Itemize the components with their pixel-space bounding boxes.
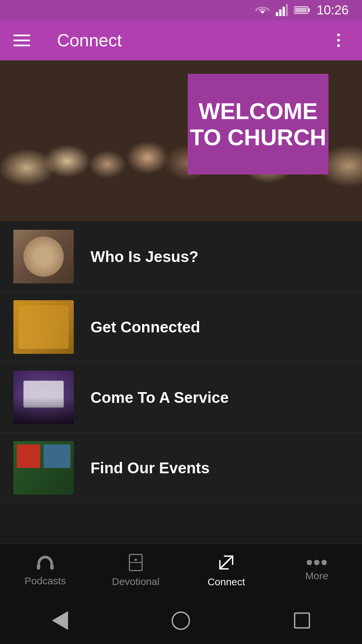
come-to-service-thumbnail <box>13 371 74 424</box>
svg-rect-8 <box>50 564 54 570</box>
svg-rect-7 <box>37 564 40 570</box>
svg-point-15 <box>307 560 312 565</box>
nav-item-devotional[interactable]: Devotional <box>90 544 181 597</box>
nav-podcasts-label: Podcasts <box>24 575 66 587</box>
list-item[interactable]: Find Our Events <box>0 433 362 503</box>
svg-rect-2 <box>283 7 285 16</box>
wifi-icon <box>255 4 270 16</box>
find-our-events-thumbnail <box>13 441 74 495</box>
list-item[interactable]: Come To A Service <box>0 362 362 433</box>
svg-rect-1 <box>279 9 282 16</box>
bible-icon <box>128 554 143 571</box>
battery-icon <box>294 5 311 15</box>
church-sign: WELCOMETO CHURCH <box>188 74 328 174</box>
recents-button[interactable] <box>294 612 310 629</box>
content-list: Who Is Jesus? Get Connected Come To A Se… <box>0 221 362 503</box>
system-navigation <box>0 597 362 644</box>
bottom-navigation: Podcasts Devotional Connect More <box>0 543 362 597</box>
home-icon <box>172 611 190 630</box>
headphones-icon <box>36 554 54 571</box>
svg-line-14 <box>220 559 229 569</box>
status-bar: 10:26 <box>0 0 362 20</box>
nav-item-more[interactable]: More <box>272 544 362 597</box>
back-button[interactable] <box>52 611 68 630</box>
more-icon <box>306 559 327 566</box>
nav-item-podcasts[interactable]: Podcasts <box>0 544 90 597</box>
get-connected-label: Get Connected <box>90 318 200 336</box>
hamburger-menu-button[interactable] <box>13 29 37 52</box>
who-is-jesus-thumbnail <box>13 230 74 283</box>
nav-devotional-label: Devotional <box>112 576 160 587</box>
who-is-jesus-label: Who Is Jesus? <box>90 248 198 266</box>
svg-rect-0 <box>276 12 278 16</box>
app-bar: Connect <box>0 20 362 60</box>
nav-item-connect[interactable]: Connect <box>181 544 272 597</box>
nav-connect-label: Connect <box>207 576 245 588</box>
back-icon <box>52 611 68 630</box>
status-icons: 10:26 <box>255 3 349 17</box>
signal-icon <box>276 4 288 16</box>
svg-rect-6 <box>295 8 307 12</box>
recents-icon <box>294 612 310 629</box>
nav-more-label: More <box>305 570 328 582</box>
list-item[interactable]: Who Is Jesus? <box>0 221 362 292</box>
list-item[interactable]: Get Connected <box>0 292 362 362</box>
connect-icon <box>217 553 235 572</box>
svg-rect-3 <box>286 4 288 16</box>
svg-point-16 <box>314 560 319 565</box>
church-sign-text: WELCOMETO CHURCH <box>190 98 326 150</box>
more-options-button[interactable] <box>328 30 349 50</box>
hero-banner: WELCOMETO CHURCH <box>0 60 362 221</box>
find-our-events-label: Find Our Events <box>90 459 209 477</box>
svg-rect-5 <box>308 8 310 12</box>
status-time: 10:26 <box>317 3 349 17</box>
home-button[interactable] <box>172 611 190 630</box>
page-title: Connect <box>57 30 328 50</box>
get-connected-thumbnail <box>13 300 74 354</box>
svg-point-17 <box>321 560 327 565</box>
come-to-service-label: Come To A Service <box>90 388 229 407</box>
